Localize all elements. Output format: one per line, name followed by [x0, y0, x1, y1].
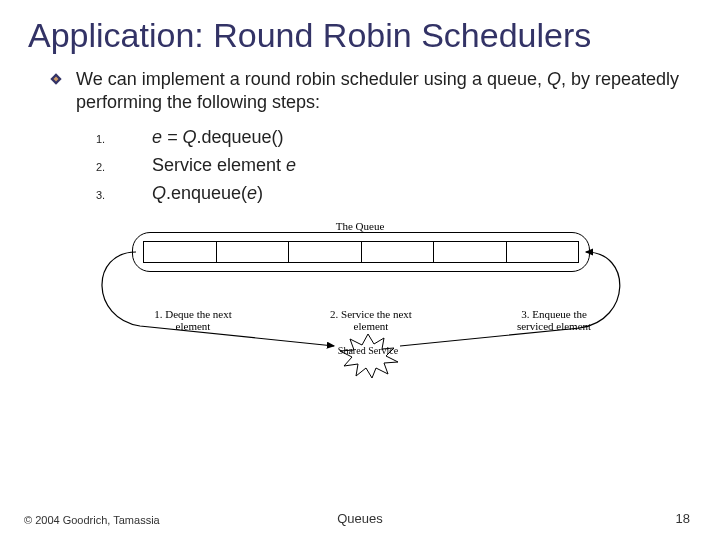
queue-cell [217, 242, 290, 262]
step-num: 2. [96, 159, 114, 176]
caption-enqueue: 3. Enqueue the serviced element [504, 308, 604, 332]
diamond-bullet-icon [50, 73, 62, 85]
queue-container [132, 232, 590, 272]
slide-footer: © 2004 Goodrich, Tamassia Queues 18 [0, 506, 720, 526]
step-italic: e = Q [152, 127, 197, 147]
queue-cell [144, 242, 217, 262]
step-text: Service element e [152, 152, 296, 180]
queue-cells [143, 241, 579, 263]
footer-center: Queues [0, 511, 720, 526]
queue-cell [434, 242, 507, 262]
step-num: 1. [96, 131, 114, 148]
queue-diagram: The Queue 1. Deque the next element 2. S… [80, 232, 640, 382]
slide-title: Application: Round Robin Schedulers [0, 0, 720, 68]
point-text-q: Q [547, 69, 561, 89]
step-plain: .enqueue( [166, 183, 247, 203]
caption-service: 2. Service the next element [328, 308, 414, 332]
queue-cell [362, 242, 435, 262]
step-2: 2. Service element e [96, 152, 680, 180]
steps-list: 1. e = Q.dequeue() 2. Service element e … [96, 124, 680, 208]
queue-cell [289, 242, 362, 262]
step-text: e = Q.dequeue() [152, 124, 284, 152]
service-label: Shared Service [336, 346, 400, 357]
step-plain: .dequeue() [197, 127, 284, 147]
step-arg: e [247, 183, 257, 203]
page-number: 18 [676, 511, 690, 526]
step-italic: e [286, 155, 296, 175]
step-plain2: ) [257, 183, 263, 203]
step-3: 3. Q.enqueue(e) [96, 180, 680, 208]
step-num: 3. [96, 187, 114, 204]
step-text: Q.enqueue(e) [152, 180, 263, 208]
queue-cell [507, 242, 579, 262]
step-1: 1. e = Q.dequeue() [96, 124, 680, 152]
point-text-pre: We can implement a round robin scheduler… [76, 69, 547, 89]
bullet-point: We can implement a round robin scheduler… [76, 68, 680, 114]
queue-label: The Queue [80, 220, 640, 232]
caption-dequeue: 1. Deque the next element [150, 308, 236, 332]
slide-body: We can implement a round robin scheduler… [0, 68, 720, 208]
step-italic: Q [152, 183, 166, 203]
step-plain: Service element [152, 155, 286, 175]
